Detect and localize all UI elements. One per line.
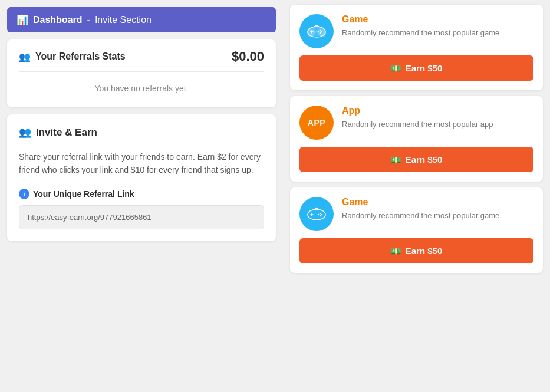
no-referrals-message: You have no referrals yet. <box>19 72 264 98</box>
offer-top-3: Game Randomly recommend the most popular… <box>299 197 533 231</box>
offer-card-game-2: Game Randomly recommend the most popular… <box>290 187 543 273</box>
users-icon: 👥 <box>19 51 31 62</box>
svg-point-13 <box>320 215 321 216</box>
svg-point-11 <box>320 213 321 214</box>
breadcrumb-sub: Invite Section <box>95 15 152 25</box>
offer-desc-2: Randomly recommend the most popular app <box>342 118 533 130</box>
offer-top-2: APP App Randomly recommend the most popu… <box>299 106 533 140</box>
invite-icon: 👥 <box>19 126 31 139</box>
info-icon: i <box>19 189 29 199</box>
earn-button-2[interactable]: 💵 Earn $50 <box>299 147 533 172</box>
controller-svg-2 <box>307 204 327 224</box>
svg-point-6 <box>320 32 321 34</box>
chart-icon: 📊 <box>17 14 28 25</box>
money-icon-3: 💵 <box>391 246 401 256</box>
app-icon: APP <box>299 106 334 140</box>
controller-svg-1 <box>307 21 327 41</box>
breadcrumb-main: Dashboard <box>33 15 83 25</box>
offer-top: Game Randomly recommend the most popular… <box>299 14 533 48</box>
app-icon-text: APP <box>308 118 325 127</box>
offer-desc-1: Randomly recommend the most popular game <box>342 27 533 39</box>
earn-button-1[interactable]: 💵 Earn $50 <box>299 55 533 81</box>
right-panel: Game Randomly recommend the most popular… <box>283 0 550 392</box>
svg-point-4 <box>320 30 321 31</box>
offer-name-2: App <box>342 106 533 116</box>
invite-card: 👥 Invite & Earn Share your referral link… <box>7 114 276 241</box>
money-icon-1: 💵 <box>391 64 401 73</box>
stats-card: 👥 Your Referrals Stats $0.00 You have no… <box>7 39 276 107</box>
offer-info-2: App Randomly recommend the most popular … <box>342 106 533 130</box>
svg-point-12 <box>321 214 322 215</box>
offer-desc-3: Randomly recommend the most popular game <box>342 210 533 222</box>
stats-header: 👥 Your Referrals Stats $0.00 <box>19 49 264 72</box>
svg-point-7 <box>318 31 319 32</box>
stats-amount: $0.00 <box>232 49 264 64</box>
game-icon-1 <box>299 14 334 48</box>
breadcrumb-bar: 📊 Dashboard - Invite Section <box>7 7 276 32</box>
left-panel: 📊 Dashboard - Invite Section 👥 Your Refe… <box>0 0 283 392</box>
money-icon-2: 💵 <box>391 155 401 164</box>
earn-button-3[interactable]: 💵 Earn $50 <box>299 238 533 263</box>
svg-point-5 <box>321 31 322 32</box>
game-icon-2 <box>299 197 334 231</box>
offer-info-3: Game Randomly recommend the most popular… <box>342 197 533 222</box>
offer-name-1: Game <box>342 14 533 25</box>
offer-card-game-1: Game Randomly recommend the most popular… <box>290 5 543 90</box>
offer-name-3: Game <box>342 197 533 207</box>
invite-description: Share your referral link with your frien… <box>19 150 264 177</box>
referral-link-input[interactable] <box>19 205 264 229</box>
breadcrumb-separator: - <box>87 15 90 25</box>
offer-info-1: Game Randomly recommend the most popular… <box>342 14 533 39</box>
svg-point-14 <box>318 214 319 215</box>
invite-title: 👥 Invite & Earn <box>19 126 264 139</box>
stats-title: 👥 Your Referrals Stats <box>19 51 126 62</box>
referral-link-label: i Your Unique Referral Link <box>19 189 264 199</box>
offer-card-app: APP App Randomly recommend the most popu… <box>290 96 543 182</box>
